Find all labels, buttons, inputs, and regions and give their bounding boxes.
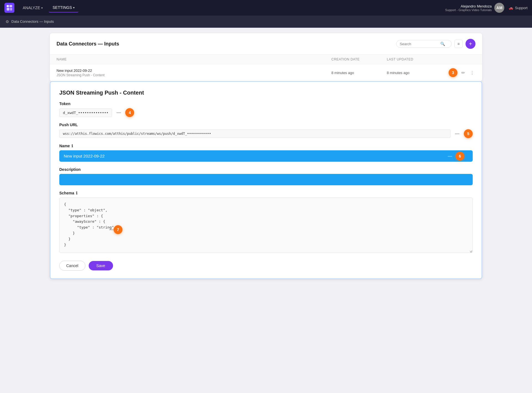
description-label: Description bbox=[59, 167, 473, 172]
cancel-button[interactable]: Cancel bbox=[59, 261, 85, 271]
add-icon: + bbox=[469, 41, 472, 47]
col-updated-header: Last Updated bbox=[387, 57, 442, 61]
search-icon: 🔍 bbox=[440, 42, 445, 46]
row-input-type: JSON Streaming Push - Content bbox=[57, 73, 331, 77]
annotation-arrow-schema: — bbox=[109, 227, 114, 232]
filter-icon: ≡ bbox=[457, 42, 460, 46]
schema-field-group: Schema ℹ — 7 ⤡ bbox=[59, 191, 473, 254]
edit-row-button[interactable]: ✏ bbox=[460, 69, 466, 77]
edit-icon: ✏ bbox=[461, 70, 465, 75]
nav-settings[interactable]: SETTINGS ▾ bbox=[49, 3, 78, 12]
name-input-row: — 6 bbox=[59, 150, 473, 162]
annotation-arrow-url: — bbox=[455, 131, 459, 136]
description-field-group: Description bbox=[59, 167, 473, 185]
more-options-button[interactable]: ⋮ bbox=[469, 69, 475, 77]
row-creation-date: 8 minutes ago bbox=[331, 71, 387, 75]
user-text: Alejandro Mendoza Support - Graphics Vid… bbox=[445, 4, 492, 12]
search-input[interactable] bbox=[400, 42, 439, 46]
detail-panel: JSON Streaming Push - Content Token d_xw… bbox=[50, 81, 482, 279]
app-logo bbox=[4, 3, 14, 13]
nav-analyze-chevron: ▾ bbox=[41, 6, 43, 9]
name-label: Name ℹ bbox=[59, 144, 473, 148]
nav-analyze-label: ANALYZE bbox=[23, 6, 40, 10]
push-url-row: wss://atthis.flowics.com/atthis/public/s… bbox=[59, 129, 473, 138]
token-field-group: Token d_xwdT_•••••••••••••• — 4 bbox=[59, 102, 473, 117]
annotation-badge-6: 6 bbox=[456, 152, 464, 161]
svg-rect-3 bbox=[10, 8, 12, 11]
col-creation-header: Creation Date bbox=[331, 57, 387, 61]
nav-analyze[interactable]: ANALYZE ▾ bbox=[19, 3, 47, 12]
nav-right: Alejandro Mendoza Support - Graphics Vid… bbox=[445, 3, 528, 13]
card-header: Data Connectors — Inputs 🔍 ≡ + bbox=[50, 33, 482, 55]
annotation-arrow-token: — bbox=[116, 110, 121, 115]
table-header: Name Creation Date Last Updated bbox=[50, 55, 482, 64]
svg-rect-1 bbox=[9, 5, 12, 7]
row-input-name: New input 2022-09-22 bbox=[57, 69, 331, 73]
svg-rect-0 bbox=[7, 5, 9, 7]
resize-handle[interactable]: ⤡ bbox=[469, 250, 472, 253]
push-url-field-group: Push URL wss://atthis.flowics.com/atthis… bbox=[59, 123, 473, 138]
schema-wrapper: — 7 ⤡ bbox=[59, 197, 473, 254]
save-button[interactable]: Save bbox=[89, 261, 113, 270]
user-info: Alejandro Mendoza Support - Graphics Vid… bbox=[445, 3, 505, 13]
annotation-badge-5: 5 bbox=[464, 129, 473, 138]
table-row[interactable]: New input 2022-09-22 JSON Streaming Push… bbox=[50, 64, 482, 81]
name-input[interactable] bbox=[59, 150, 473, 162]
name-field-group: Name ℹ — 6 bbox=[59, 144, 473, 162]
support-icon: 🚗 bbox=[509, 6, 513, 10]
add-button[interactable]: + bbox=[466, 39, 475, 49]
breadcrumb-bar: ⚙ Data Connectors — Inputs bbox=[0, 16, 532, 28]
push-url-value: wss://atthis.flowics.com/atthis/public/s… bbox=[59, 130, 451, 138]
breadcrumb-icon: ⚙ bbox=[6, 19, 9, 24]
push-url-label: Push URL bbox=[59, 123, 473, 127]
schema-label: Schema ℹ bbox=[59, 191, 473, 195]
annotation-row-7: — 7 bbox=[109, 225, 122, 234]
more-icon: ⋮ bbox=[470, 70, 474, 75]
detail-panel-title: JSON Streaming Push - Content bbox=[59, 90, 473, 96]
breadcrumb: Data Connectors — Inputs bbox=[11, 19, 54, 24]
name-info-icon: ℹ bbox=[71, 144, 73, 148]
row-updated-date: 8 minutes ago bbox=[387, 71, 442, 75]
token-value: d_xwdT_•••••••••••••• bbox=[59, 108, 112, 117]
col-actions-header bbox=[442, 57, 475, 61]
user-name: Alejandro Mendoza bbox=[445, 4, 492, 8]
card-actions: 🔍 ≡ + bbox=[396, 39, 475, 49]
svg-rect-2 bbox=[7, 8, 9, 11]
support-label: Support bbox=[515, 6, 528, 10]
row-actions: 3 ✏ ⋮ bbox=[442, 68, 475, 77]
form-actions: Cancel Save bbox=[59, 261, 473, 271]
row-name-cell: New input 2022-09-22 JSON Streaming Push… bbox=[57, 69, 331, 77]
avatar: AM bbox=[494, 3, 504, 13]
annotation-badge-7: 7 bbox=[114, 225, 122, 234]
annotation-badge-3: 3 bbox=[449, 68, 457, 77]
panel-title: Data Connectors — Inputs bbox=[57, 41, 119, 47]
top-nav: ANALYZE ▾ SETTINGS ▾ Alejandro Mendoza S… bbox=[0, 0, 532, 16]
schema-info-icon: ℹ bbox=[76, 191, 77, 195]
data-connectors-panel: Data Connectors — Inputs 🔍 ≡ + Name bbox=[50, 33, 482, 81]
nav-settings-chevron: ▾ bbox=[73, 6, 75, 9]
description-input[interactable] bbox=[59, 174, 473, 185]
annotation-arrow-name: — bbox=[448, 154, 452, 159]
nav-settings-label: SETTINGS bbox=[53, 5, 72, 10]
token-row: d_xwdT_•••••••••••••• — 4 bbox=[59, 108, 473, 117]
col-name-header: Name bbox=[57, 57, 331, 61]
nav-left: ANALYZE ▾ SETTINGS ▾ bbox=[4, 3, 78, 13]
annotation-badge-4: 4 bbox=[125, 108, 134, 117]
user-subtitle: Support - Graphics Video Tutorials bbox=[445, 8, 492, 12]
filter-button[interactable]: ≡ bbox=[454, 40, 463, 48]
token-label: Token bbox=[59, 102, 473, 106]
support-button[interactable]: 🚗 Support bbox=[509, 6, 528, 10]
search-box[interactable]: 🔍 bbox=[396, 40, 452, 48]
